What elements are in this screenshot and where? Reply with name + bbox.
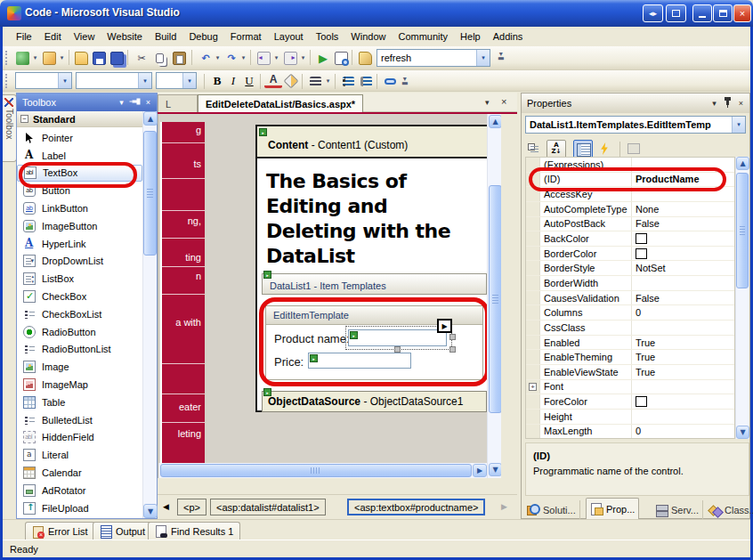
scrollbar-thumb[interactable] — [736, 173, 749, 288]
close-icon[interactable]: × — [142, 96, 155, 110]
new-website-dropdown-icon[interactable]: ▾ — [31, 54, 39, 62]
toolbox-item-checkboxlist[interactable]: CheckBoxList — [17, 305, 142, 323]
toolbox-side-tab[interactable]: Toolbox — [3, 94, 17, 162]
menu-layout[interactable]: Layout — [268, 28, 310, 45]
property-row[interactable]: BackColor — [526, 231, 734, 247]
new-website-icon[interactable] — [13, 49, 31, 67]
property-pages-icon[interactable] — [624, 140, 644, 158]
add-new-item-icon[interactable] — [40, 49, 58, 67]
toolbox-item-linkbutton[interactable]: LinkButton — [17, 199, 142, 217]
scroll-up-icon[interactable]: ▲ — [736, 157, 749, 170]
resize-handle[interactable] — [449, 346, 456, 353]
toolbox-item-radiobuttonlist[interactable]: RadioButtonList — [17, 341, 142, 359]
toolbar-overflow-icon[interactable]: ▾▬ — [498, 52, 505, 61]
toolbar-grip[interactable] — [5, 51, 9, 65]
window-forward-button[interactable] — [666, 4, 686, 22]
collapse-icon[interactable]: − — [20, 115, 28, 123]
document-close-icon[interactable]: × — [501, 96, 506, 107]
menu-edit[interactable]: Edit — [38, 28, 68, 45]
find-combobox[interactable]: refresh ▾ — [376, 49, 490, 67]
property-row-id[interactable]: (ID)ProductName — [526, 173, 734, 188]
property-row[interactable]: BorderWidth — [526, 276, 734, 291]
productname-textbox[interactable]: ▸ — [348, 329, 447, 346]
smart-tag-button[interactable]: ▶ — [437, 319, 452, 333]
resize-handle[interactable] — [449, 334, 456, 340]
tagnav-textbox[interactable]: <asp:textbox#productname> — [347, 499, 485, 515]
underline-icon[interactable]: U — [240, 72, 258, 90]
menu-debug[interactable]: Debug — [182, 28, 223, 45]
close-icon[interactable]: × — [734, 97, 748, 110]
scroll-down-icon[interactable]: ▼ — [143, 504, 158, 518]
refresh-icon[interactable] — [356, 49, 374, 67]
menu-help[interactable]: Help — [454, 28, 487, 45]
objectdatasource-control[interactable]: ▸ ObjectDataSource - ObjectDataSource1 — [262, 391, 487, 412]
style-combobox[interactable]: ▾ — [15, 72, 72, 89]
toolbox-item-bulletedlist[interactable]: BulletedList — [17, 411, 142, 429]
undo-icon[interactable]: ↶ — [197, 49, 215, 67]
highlight-icon[interactable] — [282, 72, 300, 90]
numbered-list-icon[interactable] — [357, 72, 375, 90]
cut-icon[interactable]: ✂ — [133, 49, 150, 67]
scroll-up-icon[interactable]: ▲ — [143, 111, 158, 126]
bulleted-list-icon[interactable] — [339, 72, 357, 90]
property-row[interactable]: MaxLength0 — [526, 425, 734, 439]
document-tab-background[interactable]: L — [158, 94, 198, 112]
tab-solution-explorer[interactable]: Soluti... — [523, 500, 580, 519]
bold-icon[interactable]: B — [208, 72, 226, 90]
toolbar-grip[interactable] — [5, 74, 9, 88]
toolbox-item-label[interactable]: Label — [17, 147, 142, 165]
property-row[interactable]: BorderStyleNotSet — [526, 261, 734, 276]
tagnav-datalist[interactable]: <asp:datalist#datalist1> — [210, 499, 326, 515]
maximize-button[interactable] — [713, 4, 733, 22]
menu-window[interactable]: Window — [344, 28, 392, 45]
editor-horizontal-scrollbar[interactable]: ▶ — [158, 463, 487, 478]
scroll-up-icon[interactable]: ▲ — [489, 115, 501, 128]
save-icon[interactable] — [90, 49, 108, 67]
redo-dropdown-icon[interactable]: ▾ — [239, 54, 247, 62]
menu-addins[interactable]: Addins — [487, 28, 530, 45]
property-row[interactable]: Height — [526, 410, 734, 425]
document-dropdown-icon[interactable]: ▾ — [485, 98, 490, 107]
menu-format[interactable]: Format — [224, 28, 268, 45]
tab-class-view[interactable]: Class... — [705, 500, 753, 519]
toolbox-item-listbox[interactable]: ListBox — [17, 270, 142, 288]
add-new-item-dropdown-icon[interactable]: ▾ — [58, 54, 66, 62]
font-color-icon[interactable]: A — [264, 73, 282, 88]
scroll-down-icon[interactable]: ▼ — [736, 426, 749, 439]
navigate-backward-dropdown-icon[interactable]: ▾ — [272, 54, 280, 62]
categorized-icon[interactable] — [525, 140, 545, 158]
size-combobox[interactable]: ▾ — [156, 72, 197, 89]
document-tab-active[interactable]: EditDeleteDataList/Basics.aspx* — [198, 94, 363, 112]
navigate-forward-icon[interactable]: ▸ — [281, 49, 299, 67]
property-grid-scrollbar[interactable]: ▲ ▼ — [735, 157, 749, 439]
property-row[interactable]: EnabledTrue — [526, 336, 734, 351]
copy-icon[interactable] — [150, 49, 168, 67]
navigate-forward-dropdown-icon[interactable]: ▾ — [299, 54, 307, 62]
dock-arrows-button[interactable]: ◂▸ — [643, 4, 663, 22]
events-icon[interactable] — [595, 140, 614, 158]
minimize-button[interactable] — [692, 4, 712, 22]
toolbox-scrollbar[interactable]: ▲ ▼ — [142, 111, 157, 518]
toolbox-item-image[interactable]: Image — [17, 358, 142, 376]
toolbar-overflow-icon[interactable]: ▾▬ — [401, 77, 409, 85]
editor-vertical-scrollbar[interactable]: ▲ ▼ — [487, 114, 501, 478]
view-in-browser-icon[interactable] — [332, 49, 350, 67]
redo-icon[interactable]: ↷ — [223, 49, 240, 67]
property-row[interactable]: (Expressions) — [526, 158, 734, 173]
expand-icon[interactable]: + — [529, 383, 537, 391]
property-row[interactable]: EnableThemingTrue — [526, 350, 734, 365]
property-row[interactable]: CausesValidationFalse — [526, 291, 734, 306]
menu-build[interactable]: Build — [149, 28, 182, 45]
tab-properties[interactable]: Prop... — [586, 498, 639, 519]
navigate-backward-icon[interactable]: ◂ — [255, 49, 272, 67]
menu-website[interactable]: Website — [101, 28, 149, 45]
toolbox-group-standard[interactable]: − Standard — [17, 111, 142, 127]
find-combobox-value[interactable]: refresh — [377, 53, 476, 63]
auto-hide-pin-icon[interactable] — [128, 96, 142, 110]
property-row-font[interactable]: +Font — [526, 380, 734, 395]
alphabetical-icon[interactable]: AZ↓ — [547, 140, 566, 158]
scrollbar-thumb[interactable] — [160, 464, 472, 477]
toolbox-item-hiddenfield[interactable]: HiddenField — [17, 429, 142, 447]
toolbox-item-fileupload[interactable]: FileUpload — [17, 499, 142, 517]
property-row[interactable]: EnableViewStateTrue — [526, 365, 734, 380]
